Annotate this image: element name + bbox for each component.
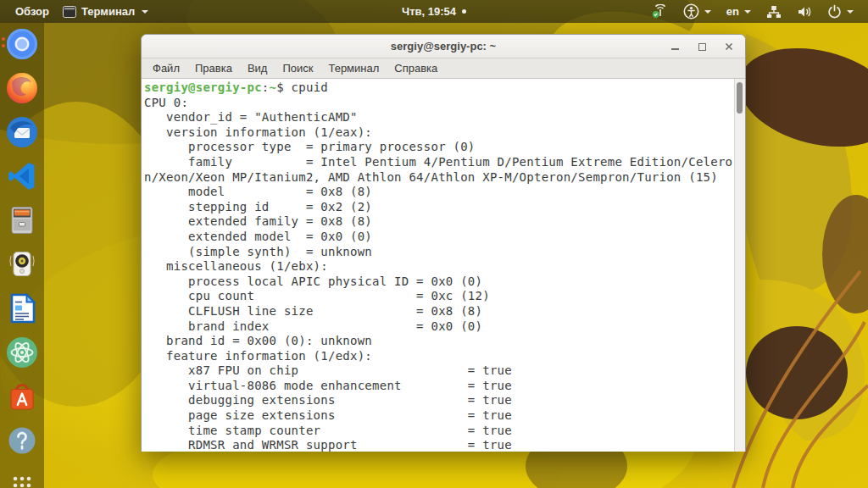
signal-check-icon [652, 4, 668, 19]
menu-help[interactable]: Справка [387, 59, 445, 77]
accessibility-menu[interactable] [677, 0, 717, 23]
menu-search[interactable]: Поиск [275, 59, 320, 77]
prompt-user-host: sergiy@sergiy-pc [144, 80, 262, 94]
terminal-screen[interactable]: sergiy@sergiy-pc:~$ cpuid CPU 0: vendor_… [142, 79, 745, 452]
clock-label: Чтв, 19:54 [402, 5, 456, 18]
dock-item-vscode[interactable] [5, 159, 39, 193]
terminal-app-icon [63, 6, 76, 18]
dock-item-ubuntu-software[interactable] [5, 380, 39, 413]
volume-icon [797, 5, 812, 19]
clock-button[interactable]: Чтв, 19:54 [402, 0, 466, 23]
scrollbar-thumb[interactable] [737, 82, 743, 114]
window-menubar: Файл Правка Вид Поиск Терминал Справка [142, 58, 745, 79]
vscode-icon [5, 159, 39, 193]
running-indicator [2, 37, 5, 47]
top-bar: Обзор Терминал Чтв, 19:54 [0, 0, 868, 23]
close-icon [725, 42, 733, 51]
chevron-down-icon [847, 10, 854, 14]
window-titlebar[interactable]: sergiy@sergiy-pc: ~ [142, 35, 745, 58]
activities-button[interactable]: Обзор [8, 0, 56, 23]
ubuntu-software-icon [5, 380, 39, 413]
maximize-button[interactable] [693, 37, 711, 56]
chevron-down-icon [744, 10, 751, 14]
dock-item-chromium[interactable] [5, 27, 39, 61]
minimize-icon [671, 48, 679, 50]
system-tray: en [646, 0, 860, 23]
menu-file[interactable]: Файл [145, 59, 187, 77]
accessibility-icon [683, 3, 699, 19]
menu-edit[interactable]: Правка [187, 59, 240, 77]
help-icon [5, 424, 39, 458]
dock-item-firefox[interactable] [5, 71, 39, 105]
language-indicator: en [726, 5, 739, 18]
app-menu-label: Терминал [81, 5, 135, 18]
chevron-down-icon [142, 10, 148, 14]
thunderbird-icon [5, 115, 39, 149]
prompt-dollar: $ [276, 80, 291, 94]
chromium-icon [5, 27, 39, 61]
network-indicator[interactable] [760, 0, 787, 23]
volume-control[interactable] [791, 0, 818, 23]
window-title: sergiy@sergiy-pc: ~ [142, 40, 745, 53]
cpuid-output: CPU 0: vendor_id = "AuthenticAMD" versio… [144, 96, 732, 452]
dock-item-file-cabinet[interactable] [5, 203, 39, 237]
power-icon [827, 4, 842, 19]
terminal-window: sergiy@sergiy-pc: ~ Файл Правка Вид Поис… [141, 34, 746, 452]
file-cabinet-icon [5, 203, 39, 237]
network-wired-icon [766, 5, 782, 19]
dock-item-libreoffice-writer[interactable] [5, 291, 39, 325]
dock-item-speaker[interactable] [5, 247, 39, 281]
chevron-down-icon [704, 10, 711, 14]
show-applications-button[interactable] [5, 468, 39, 488]
maximize-icon [698, 43, 706, 51]
app-menu-terminal[interactable]: Терминал [56, 0, 155, 23]
dock [0, 23, 44, 488]
atom-icon [5, 336, 39, 369]
signal-check-indicator[interactable] [646, 0, 674, 23]
speaker-icon [5, 247, 39, 281]
prompt-path: ~ [270, 80, 277, 94]
dock-item-thunderbird[interactable] [5, 115, 39, 149]
libreoffice-writer-icon [5, 291, 39, 325]
show-applications-icon [5, 468, 39, 488]
menu-terminal[interactable]: Терминал [320, 59, 387, 77]
notification-dot [462, 9, 466, 14]
close-button[interactable] [720, 37, 738, 56]
desktop: Обзор Терминал Чтв, 19:54 [0, 0, 868, 488]
dock-item-help[interactable] [5, 424, 39, 458]
prompt-colon: : [262, 80, 270, 94]
firefox-icon [5, 71, 39, 105]
command-text: cpuid [292, 80, 328, 94]
menu-view[interactable]: Вид [240, 59, 275, 77]
window-controls [665, 35, 738, 58]
activities-label: Обзор [15, 5, 49, 18]
minimize-button[interactable] [665, 37, 684, 56]
power-menu[interactable] [821, 0, 860, 23]
dock-item-atom[interactable] [5, 336, 39, 369]
language-menu[interactable]: en [721, 0, 757, 23]
terminal-output: sergiy@sergiy-pc:~$ cpuid CPU 0: vendor_… [142, 79, 745, 452]
terminal-scrollbar[interactable] [734, 79, 745, 452]
